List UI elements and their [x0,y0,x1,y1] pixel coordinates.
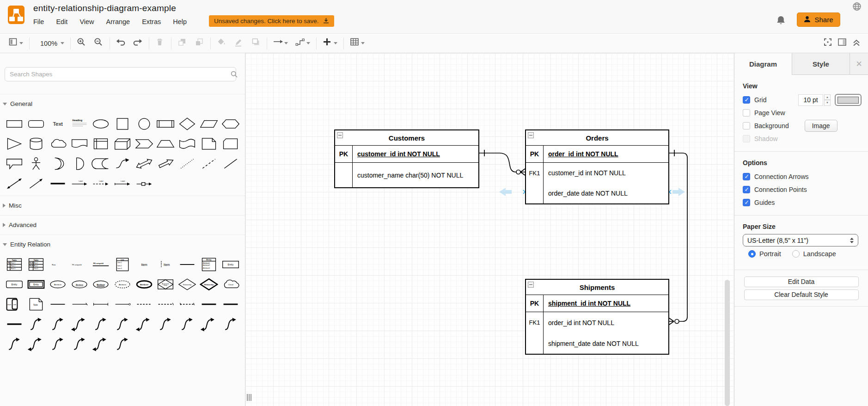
er-key-cell[interactable]: PK [526,146,544,162]
shape-line-bold-1[interactable] [198,295,220,313]
shadow-button[interactable] [247,37,264,50]
shape-attribute[interactable]: Attribute [47,276,68,293]
er-table-title[interactable]: Orders [526,130,668,146]
line-color-button[interactable] [230,37,247,50]
shape-ellipse[interactable] [90,115,112,132]
er-key-cell[interactable] [335,163,353,187]
shape-labeled-arrow-2[interactable]: Label [90,175,112,192]
shape-associative-entity[interactable]: AssociativeEntity [155,276,177,293]
shape-er-edge-5[interactable] [112,315,134,332]
shape-line-bold-2[interactable] [220,295,241,313]
shape-line[interactable] [220,155,241,172]
er-table-orders[interactable]: OrdersPKorder_id int NOT NULLFK1customer… [525,129,669,204]
sidebar-section-advanced[interactable]: Advanced [0,215,245,234]
shape-labeled-arrow-4[interactable] [133,175,155,192]
zoom-in-button[interactable] [73,37,90,50]
shape-row-pk[interactable]: PK uniqueId [68,256,90,273]
shape-er-edge-6[interactable] [133,315,155,332]
shape-textbox[interactable]: Heading [68,115,90,132]
shape-relationship-bold[interactable]: Relationship [198,276,220,293]
shape-line-dashed-1[interactable] [133,295,155,313]
shape-triangle[interactable] [4,135,25,152]
shape-attribute-double-underline[interactable]: Attribute [90,276,112,293]
shape-square[interactable] [112,115,134,132]
shape-er-edge-4[interactable] [90,315,112,332]
table-button[interactable] [346,37,368,50]
er-table-shipments[interactable]: ShipmentsPKshipment_id int NOT NULLFK1or… [525,279,669,355]
connection-button[interactable] [269,37,292,50]
er-key-cell[interactable]: PK [335,146,353,162]
zoom-level-dropdown[interactable]: 100% [32,37,68,50]
shape-directional-connector[interactable] [25,175,47,192]
connection-points-checkbox[interactable] [743,186,750,193]
image-button[interactable]: Image [805,120,837,132]
menu-file[interactable]: File [33,18,44,25]
shape-entity-double[interactable]: Entity [25,276,47,293]
shape-row-pk-line[interactable]: PK uniqueId [90,256,112,273]
shape-line-dashed-3[interactable] [177,295,198,313]
drawio-logo-icon[interactable] [8,6,24,24]
er-value-cell[interactable]: shipment_id int NOT NULL [544,295,668,312]
er-row[interactable]: PKshipment_id int NOT NULL [526,295,668,312]
sidebar-section-misc[interactable]: Misc [0,196,245,215]
shape-line-end-2[interactable] [90,295,112,313]
shape-actor[interactable] [25,155,47,172]
fullscreen-icon[interactable] [823,37,833,49]
grid-size-input[interactable]: 10 pt [798,94,823,106]
page-view-checkbox[interactable] [743,109,750,117]
close-icon[interactable]: ✕ [850,53,868,74]
shape-labeled-arrow-3[interactable]: Label [112,175,134,192]
er-value-cell[interactable]: customer_id int NOT NULL [544,163,668,183]
shape-attribute-underline[interactable]: Attribute [68,276,90,293]
shape-item[interactable]: Item [133,256,155,273]
shape-callout[interactable] [4,155,25,172]
shape-composite-entity[interactable]: mainsub [4,295,25,313]
shadow-checkbox[interactable] [743,135,750,142]
er-value-cell[interactable]: order_date date NOT NULL [544,183,668,203]
zoom-out-button[interactable] [90,37,107,50]
grid-color-swatch[interactable] [835,94,862,106]
grid-checkbox[interactable] [743,96,750,104]
shape-line-solid[interactable] [47,295,68,313]
shape-entity-with-attributes[interactable]: EntityAttribute1Attribute2Attribute3 [198,256,220,273]
shape-link-bold[interactable] [4,315,25,332]
shape-trapezoid[interactable] [155,135,177,152]
shape-er-edge-11[interactable] [4,335,25,352]
globe-icon[interactable] [852,2,862,13]
er-row[interactable]: shipment_date date NOT NULL [526,333,668,354]
shape-er-edge-7[interactable] [155,315,177,332]
undo-button[interactable] [112,37,129,50]
shape-row[interactable]: Row [47,256,68,273]
er-table-customers[interactable]: CustomersPKcustomer_id int NOT NULLcusto… [334,129,479,188]
shape-item-dotted[interactable]: Item [155,256,177,273]
collapse-icon[interactable] [337,132,343,138]
bell-icon[interactable] [776,15,786,28]
insert-button[interactable] [319,37,341,50]
unsaved-changes-banner[interactable]: Unsaved changes. Click here to save. [209,15,334,27]
shape-attribute-bold[interactable]: Attribute [133,276,155,293]
shape-line-end-3[interactable] [112,295,134,313]
shape-circle[interactable] [133,115,155,132]
shape-step[interactable] [133,135,155,152]
shape-diamond[interactable] [177,115,198,132]
shape-table-2[interactable]: TablePK,FK1PK,FK2Row 1Row 2Row 3 [25,256,47,273]
shape-relationship[interactable]: Relationship [177,276,198,293]
tab-diagram[interactable]: Diagram [734,53,792,74]
er-value-cell[interactable]: order_id int NOT NULL [544,312,668,333]
er-row[interactable]: customer_name char(50) NOT NULL [335,163,478,187]
er-value-cell[interactable]: customer_id int NOT NULL [353,146,478,162]
shape-er-edge-16[interactable] [112,335,134,352]
shape-link[interactable] [47,175,68,192]
shape-hexagon[interactable] [220,115,241,132]
search-input[interactable] [5,67,236,81]
clear-default-style-button[interactable]: Clear Default Style [744,289,859,300]
to-front-button[interactable] [174,37,191,50]
connection-arrows-checkbox[interactable] [743,173,750,180]
menu-help[interactable]: Help [173,18,187,25]
er-value-cell[interactable]: order_id int NOT NULL [544,146,668,162]
er-value-cell[interactable]: shipment_date date NOT NULL [544,333,668,354]
search-icon[interactable] [231,71,238,80]
er-key-cell[interactable]: PK [526,295,544,312]
er-key-cell[interactable]: FK1 [526,163,544,183]
menu-extras[interactable]: Extras [142,18,161,25]
